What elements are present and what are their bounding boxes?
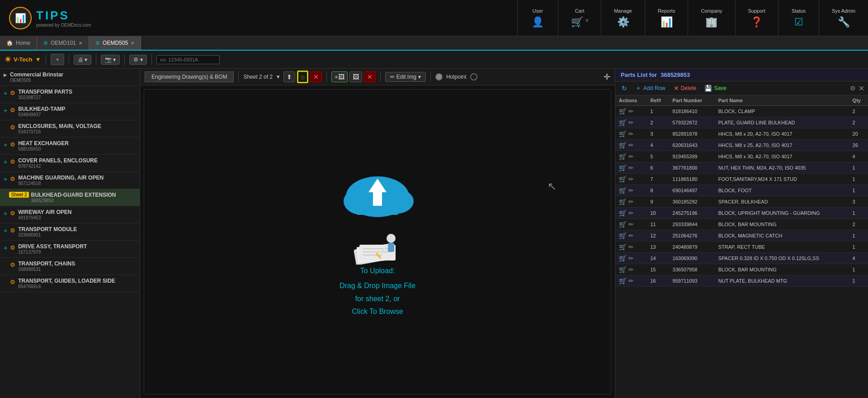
- col-qty: Qty: [849, 95, 868, 106]
- cart-add-icon[interactable]: 🛒: [619, 164, 627, 171]
- nav-company[interactable]: Company 🏢: [688, 0, 735, 36]
- cart-add-icon[interactable]: 🛒: [619, 243, 627, 251]
- tab-oemd505-close[interactable]: ✕: [131, 41, 134, 46]
- upload-btn[interactable]: ⬆: [283, 71, 295, 82]
- edit-row-icon[interactable]: ✏: [628, 255, 634, 262]
- row-ref: 11: [646, 219, 669, 230]
- sheet-dropdown[interactable]: ▼: [275, 74, 281, 80]
- edit-row-icon[interactable]: ✏: [628, 164, 634, 171]
- edit-row-icon[interactable]: ✏: [628, 187, 634, 194]
- cart-add-icon[interactable]: 🛒: [619, 209, 627, 217]
- brand-selector[interactable]: ☀ V-Tech ▼: [5, 55, 41, 64]
- edit-row-icon[interactable]: ✏: [628, 142, 634, 149]
- sidebar-item-drive-assy[interactable]: + ⚙ DRIVE ASSY, TRANSPORT 167137979: [0, 241, 140, 258]
- edit-image-button[interactable]: ✏ Edit Img ▾: [385, 72, 426, 82]
- edit-row-icon[interactable]: ✏: [628, 119, 634, 126]
- nav-user[interactable]: User 👤: [517, 0, 558, 36]
- cart-add-icon[interactable]: 🛒: [619, 175, 627, 183]
- print-button[interactable]: 🖨 ▾: [74, 55, 91, 65]
- save-button[interactable]: 💾 Save: [702, 84, 729, 93]
- nav-reports[interactable]: Reports 📊: [645, 0, 688, 36]
- cart-add-icon[interactable]: 🛒: [619, 221, 627, 228]
- edit-row-icon[interactable]: ✏: [628, 108, 634, 115]
- sidebar-item-wireway[interactable]: + ⚙ WIREWAY AIR OPEN 491970453: [0, 206, 140, 223]
- nav-status[interactable]: Status ☑: [778, 0, 819, 36]
- delete-sheet-btn[interactable]: ✕: [310, 71, 322, 82]
- edit-row-icon[interactable]: ✏: [628, 243, 634, 251]
- sidebar-item-cover-panels[interactable]: + ⚙ COVER PANELS, ENCLOSURE 878742142: [0, 155, 140, 172]
- add-image-btn[interactable]: +🖼: [331, 71, 348, 82]
- hotpoint-empty[interactable]: [470, 73, 477, 81]
- cart-add-icon[interactable]: 🛒: [619, 232, 627, 239]
- sidebar-item-bulkhead-tamp[interactable]: + ⚙ BULKHEAD-TAMP 934849937: [0, 103, 140, 120]
- row-actions: 🛒 ✏: [615, 174, 646, 185]
- manage-icon: ⚙️: [617, 16, 629, 28]
- cart-add-icon[interactable]: 🛒: [619, 119, 627, 126]
- tab-oemd101-close[interactable]: ✕: [79, 41, 82, 46]
- nav-manage[interactable]: Manage ⚙️: [601, 0, 645, 36]
- cart-add-icon[interactable]: 🛒: [619, 198, 627, 205]
- row-actions: 🛒 ✏: [615, 208, 646, 219]
- cart-add-icon[interactable]: 🛒: [619, 277, 627, 284]
- delete-image-btn[interactable]: ✕: [364, 71, 376, 82]
- reports-icon: 📊: [660, 16, 673, 28]
- search-input[interactable]: [156, 55, 220, 64]
- nav-cart[interactable]: Cart 🛒 0: [558, 0, 601, 36]
- row-part-number: 163069390: [669, 253, 715, 264]
- sidebar-item-transport-guides[interactable]: + ⚙ TRANSPORT, GUIDES, LOADER SIDE 65476…: [0, 275, 140, 292]
- edit-row-icon[interactable]: ✏: [628, 130, 634, 137]
- row-ref: 2: [646, 117, 669, 128]
- row-ref: 8: [646, 185, 669, 196]
- sidebar-item-transport-chains[interactable]: + ⚙ TRANSPORT, CHAINS 268990531: [0, 258, 140, 275]
- cart-add-icon[interactable]: 🛒: [619, 187, 627, 194]
- row-part-name: SPACER, BULKHEAD: [715, 196, 849, 208]
- sidebar-item-transform-parts[interactable]: + ⚙ TRANSFORM PARTS 302398727: [0, 86, 140, 103]
- edit-row-icon[interactable]: ✏: [628, 221, 634, 228]
- camera-button[interactable]: 📷 ▾: [101, 55, 120, 65]
- sidebar-item-transport-module[interactable]: + ⚙ TRANSPORT MODULE 323666901: [0, 223, 140, 241]
- tab-home[interactable]: 🏠 Home: [0, 36, 37, 50]
- cart-add-icon[interactable]: 🛒: [619, 130, 627, 137]
- close-panel-button[interactable]: ✕: [859, 84, 864, 93]
- move-icon[interactable]: ✛: [604, 72, 610, 82]
- engineering-tab[interactable]: Engineering Drawing(s) & BOM: [145, 71, 234, 82]
- edit-row-icon[interactable]: ✏: [628, 198, 634, 205]
- edit-row-icon[interactable]: ✏: [628, 266, 634, 273]
- tab-oemd505[interactable]: ⚙ OEMD505 ✕: [89, 36, 141, 50]
- active-sheet-btn[interactable]: □: [297, 71, 308, 83]
- settings-button[interactable]: ⚙ ▾: [129, 55, 146, 65]
- nav-sysadmin[interactable]: Sys Admin 🔧: [819, 0, 868, 36]
- tab-oemd101[interactable]: ⚙ OEMD101 ✕: [37, 36, 89, 50]
- logo-tips: TIPS: [36, 9, 91, 23]
- edit-row-icon[interactable]: ✏: [628, 153, 634, 160]
- sidebar-item-sheet2-bulkhead[interactable]: Sheet 2 BULKHEAD-GUARD EXTENSION 3685298…: [0, 189, 140, 206]
- row-part-number: 690146497: [669, 185, 715, 196]
- cart-add-icon[interactable]: 🛒: [619, 266, 627, 273]
- gear-icon: ⚙: [10, 158, 15, 165]
- delete-row-button[interactable]: ✕ Delete: [671, 84, 699, 93]
- edit-row-icon[interactable]: ✏: [628, 232, 634, 239]
- row-ref: 4: [646, 140, 669, 151]
- add-row-button[interactable]: ＋ Add Row: [632, 83, 668, 93]
- view-image-btn[interactable]: 🖼: [349, 71, 362, 82]
- cart-add-icon[interactable]: 🛒: [619, 153, 627, 160]
- edit-row-icon[interactable]: ✏: [628, 277, 634, 284]
- settings-icon[interactable]: ⚙: [850, 85, 856, 92]
- sidebar-item-heat-exchanger[interactable]: + ⚙ HEAT EXCHANGER 588100410: [0, 137, 140, 155]
- edit-row-icon[interactable]: ✏: [628, 175, 634, 183]
- row-actions: 🛒 ✏: [615, 230, 646, 242]
- sidebar-item-machine-guarding[interactable]: + ⚙ MACHINE GUARDING, AIR OPEN 957124518: [0, 172, 140, 189]
- nav-support[interactable]: Support ❓: [735, 0, 778, 36]
- sidebar-item-enclosures[interactable]: + ⚙ ENCLOSURES, MAIN, VOLTAGE 534370716: [0, 120, 140, 137]
- refresh-button[interactable]: ↻: [619, 84, 630, 93]
- company-icon: 🏢: [705, 16, 717, 28]
- upload-dropzone[interactable]: To Upload: Drag & Drop Image File for sh…: [144, 89, 611, 394]
- hotpoint-toggle[interactable]: [435, 73, 443, 81]
- row-actions: 🛒 ✏: [615, 106, 646, 117]
- cart-add-icon[interactable]: 🛒: [619, 108, 627, 115]
- cart-add-icon[interactable]: 🛒: [619, 255, 627, 262]
- sidebar-item-commercial-brinstar[interactable]: ▶ Commercial Brinstar OEMD505: [0, 69, 140, 86]
- add-button[interactable]: ＋: [51, 54, 64, 65]
- cart-add-icon[interactable]: 🛒: [619, 142, 627, 149]
- edit-row-icon[interactable]: ✏: [628, 209, 634, 217]
